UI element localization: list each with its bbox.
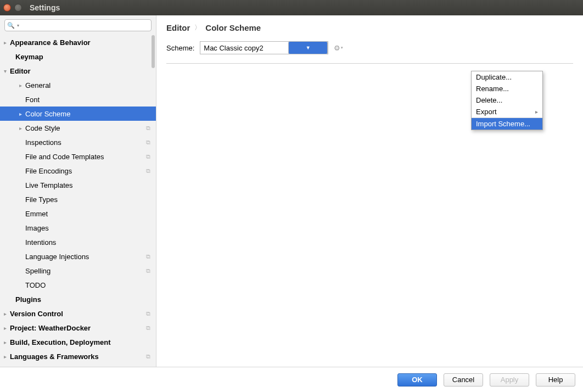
close-icon[interactable] (3, 4, 11, 12)
tree-item[interactable]: ▸Project: WeatherDocker⧉ (0, 321, 156, 335)
project-scope-icon: ⧉ (146, 310, 150, 317)
project-scope-icon: ⧉ (146, 353, 150, 360)
ok-button[interactable]: OK (397, 373, 437, 387)
project-scope-icon: ⧉ (146, 324, 150, 332)
tree-item[interactable]: ▸Version Control⧉ (0, 306, 156, 321)
expand-arrow-icon[interactable]: ▸ (2, 311, 8, 317)
tree-item[interactable]: ▸Languages & Frameworks⧉ (0, 349, 156, 363)
tree-item-label: Language Injections (25, 253, 89, 261)
project-scope-icon: ⧉ (146, 267, 150, 275)
tree-item-label: Font (25, 96, 40, 104)
dropdown-icon[interactable]: ▼ (288, 41, 328, 54)
menu-item[interactable]: Import Scheme... (472, 118, 542, 130)
gear-icon[interactable]: ⚙▾ (334, 44, 343, 52)
tree-item-label: Languages & Frameworks (10, 352, 99, 361)
tree-item[interactable]: ▾Editor (0, 64, 156, 78)
tree-item-label: Project: WeatherDocker (10, 324, 91, 332)
scheme-select[interactable]: Mac Classic copy2 ▼ (200, 41, 328, 54)
tree-item[interactable]: File and Code Templates⧉ (0, 149, 156, 164)
tree-item[interactable]: Keymap (0, 49, 156, 64)
tree-item-label: Build, Execution, Deployment (10, 338, 110, 346)
project-scope-icon: ⧉ (146, 125, 150, 132)
project-scope-icon: ⧉ (146, 153, 150, 160)
tree-item[interactable]: Inspections⧉ (0, 135, 156, 149)
tree-item-label: General (25, 81, 51, 89)
tree-item-label: Images (25, 224, 49, 232)
project-scope-icon: ⧉ (146, 139, 150, 146)
search-field[interactable] (21, 21, 149, 30)
tree-item-label: TODO (25, 281, 46, 289)
tree-item-label: Inspections (25, 138, 61, 147)
tree-item[interactable]: ▸Color Scheme (0, 107, 156, 121)
apply-button[interactable]: Apply (490, 373, 529, 387)
menu-item-label: Import Scheme... (476, 120, 530, 128)
tree-item-label: Editor (10, 67, 31, 75)
tree-item[interactable]: ▸General (0, 78, 156, 92)
minimize-icon[interactable] (14, 4, 22, 12)
tree-item-label: Color Scheme (25, 110, 70, 118)
tree-item[interactable]: ▸Build, Execution, Deployment (0, 335, 156, 349)
tree-item[interactable]: Live Templates (0, 178, 156, 192)
tree-item-label: Live Templates (25, 181, 72, 189)
expand-arrow-icon[interactable]: ▸ (2, 40, 8, 46)
menu-item[interactable]: Rename... (472, 83, 542, 94)
tree-item[interactable]: TODO (0, 278, 156, 292)
menu-item-label: Delete... (476, 96, 502, 104)
menu-item-label: Duplicate... (476, 73, 512, 81)
dialog-footer: OK Cancel Apply Help (0, 367, 583, 392)
tree-item-label: Emmet (25, 210, 48, 218)
settings-tree[interactable]: ▸Appearance & BehaviorKeymap▾Editor▸Gene… (0, 35, 156, 367)
expand-arrow-icon[interactable]: ▸ (2, 325, 8, 331)
menu-item[interactable]: Delete... (472, 94, 542, 106)
tree-item-label: Intentions (25, 238, 56, 247)
tree-item[interactable]: Intentions (0, 235, 156, 249)
search-icon: 🔍 (7, 22, 15, 29)
tree-item-label: Keymap (15, 53, 43, 61)
breadcrumb-item: Color Scheme (205, 23, 261, 32)
tree-item-label: File Encodings (25, 167, 72, 175)
tree-item[interactable]: Font (0, 92, 156, 107)
expand-arrow-icon[interactable]: ▸ (18, 125, 23, 131)
main-panel: Editor 〉 Color Scheme Scheme: Mac Classi… (156, 15, 583, 367)
tree-item-label: Appearance & Behavior (10, 38, 91, 47)
breadcrumb-separator-icon: 〉 (194, 23, 201, 32)
titlebar: Settings (0, 0, 583, 15)
window-title: Settings (30, 3, 60, 12)
tree-item[interactable]: Plugins (0, 292, 156, 306)
menu-item-label: Export (476, 108, 497, 116)
expand-arrow-icon[interactable]: ▸ (18, 82, 23, 88)
scheme-select-value: Mac Classic copy2 (200, 44, 288, 52)
search-dropdown-icon[interactable]: ▾ (17, 23, 19, 28)
menu-item-label: Rename... (476, 85, 509, 93)
expand-arrow-icon[interactable]: ▾ (2, 68, 8, 74)
tree-item[interactable]: Emmet (0, 206, 156, 221)
tree-item-label: Version Control (10, 310, 63, 318)
expand-arrow-icon[interactable]: ▸ (2, 339, 8, 345)
tree-item-label: Plugins (15, 295, 41, 304)
expand-arrow-icon[interactable]: ▸ (2, 354, 8, 360)
project-scope-icon: ⧉ (146, 167, 150, 175)
tree-item-label: Spelling (25, 267, 51, 275)
tree-item[interactable]: ▸Appearance & Behavior (0, 35, 156, 49)
scheme-label: Scheme: (166, 44, 194, 52)
tree-item[interactable]: Images (0, 221, 156, 235)
expand-arrow-icon[interactable]: ▸ (18, 111, 23, 117)
menu-item[interactable]: Export▸ (472, 106, 542, 117)
project-scope-icon: ⧉ (146, 253, 150, 260)
search-input[interactable]: 🔍 ▾ (4, 19, 152, 31)
breadcrumb-item: Editor (166, 23, 190, 32)
sidebar: 🔍 ▾ ▸Appearance & BehaviorKeymap▾Editor▸… (0, 15, 156, 367)
divider (166, 63, 573, 64)
tree-item-label: File and Code Templates (25, 153, 104, 161)
tree-item[interactable]: File Types (0, 192, 156, 206)
breadcrumb: Editor 〉 Color Scheme (166, 23, 573, 32)
tree-item[interactable]: Language Injections⧉ (0, 249, 156, 264)
cancel-button[interactable]: Cancel (444, 373, 483, 387)
tree-item[interactable]: ▸Code Style⧉ (0, 121, 156, 135)
tree-item[interactable]: File Encodings⧉ (0, 164, 156, 178)
menu-item[interactable]: Duplicate... (472, 71, 542, 83)
help-button[interactable]: Help (536, 373, 575, 387)
tree-item[interactable]: Spelling⧉ (0, 264, 156, 278)
submenu-arrow-icon: ▸ (535, 109, 538, 115)
tree-item-label: Code Style (25, 124, 60, 132)
